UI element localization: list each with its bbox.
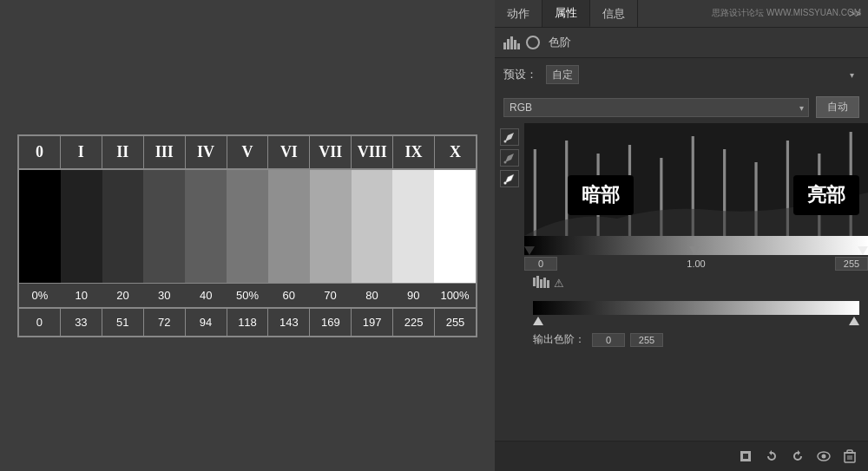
header-cell: VI (268, 136, 310, 168)
clip-btn[interactable] (736, 447, 755, 466)
swatch-wrapper: 60 (268, 170, 310, 307)
output-gradient (533, 301, 859, 315)
histogram-wrapper: 暗部 亮部 1.00 (524, 123, 868, 272)
value-cell: 143 (268, 309, 310, 336)
eyedropper-col (495, 123, 524, 441)
swatch-label: 100% (434, 283, 476, 307)
output-label: 输出色阶： (533, 332, 585, 347)
tab-properties[interactable]: 属性 (542, 0, 590, 27)
channel-select-wrapper: RGB ▾ (503, 98, 809, 117)
svg-point-7 (504, 182, 507, 185)
handle-white[interactable] (858, 246, 868, 255)
handle-mid[interactable] (689, 246, 700, 255)
swatch-label: 70 (310, 283, 352, 307)
header-cell: VIII (352, 136, 393, 168)
header-cell: V (227, 136, 269, 168)
tab-info[interactable]: 信息 (590, 0, 638, 27)
svg-rect-31 (847, 450, 852, 453)
levels-histogram-icon (503, 36, 523, 49)
warning-triangle-icon: ⚠ (554, 277, 564, 290)
value-cell: 51 (102, 309, 144, 336)
value-cell: 169 (310, 309, 352, 336)
value-cell: 197 (352, 309, 393, 336)
svg-rect-9 (534, 149, 536, 236)
output-white-input[interactable] (630, 333, 663, 347)
delete-btn[interactable] (840, 447, 859, 466)
undo-btn[interactable] (788, 447, 807, 466)
value-cell: 0 (19, 309, 61, 336)
channel-select[interactable]: RGB (503, 98, 809, 117)
header-cell: III (144, 136, 186, 168)
swatch-label: 60 (268, 283, 310, 307)
chart-values-row: 033517294118143169197225255 (17, 307, 477, 337)
preset-row: 预设： 自定 ▾ (495, 58, 868, 91)
swatch-label: 10 (61, 283, 102, 307)
header-cell: I (61, 136, 102, 168)
preset-arrow: ▾ (850, 70, 854, 80)
swatch-wrapper: 100% (434, 170, 476, 307)
swatch-color (392, 170, 434, 283)
right-panel: 动作 属性 信息 >> 色阶 预设： 自定 ▾ (495, 0, 868, 471)
swatch-color (227, 170, 268, 283)
slider-values-row: 1.00 (524, 255, 868, 272)
value-cell: 118 (227, 309, 269, 336)
swatch-label: 30 (143, 283, 185, 307)
svg-point-28 (822, 455, 826, 459)
svg-rect-24 (547, 280, 549, 288)
value-cell: 33 (61, 309, 102, 336)
swatch-color (352, 170, 393, 283)
watermark: 思路设计论坛 WWW.MISSYUAN.COM (712, 7, 861, 19)
swatch-color (434, 170, 476, 283)
mid-point-value: 1.00 (687, 258, 705, 269)
channel-row: RGB ▾ 自动 (495, 91, 868, 123)
swatch-label: 50% (227, 283, 268, 307)
svg-rect-0 (503, 43, 506, 49)
swatch-color (102, 170, 144, 283)
svg-rect-2 (510, 36, 513, 49)
header-cell: II (102, 136, 144, 168)
histogram-chart: 暗部 亮部 (524, 123, 868, 236)
header-cell: VII (310, 136, 352, 168)
output-area: 输出色阶： (533, 301, 859, 347)
svg-rect-26 (743, 454, 748, 459)
swatch-color (19, 170, 61, 283)
swatch-label: 0% (19, 283, 61, 307)
panel-header: 色阶 (495, 28, 868, 58)
swatch-wrapper: 20 (102, 170, 144, 307)
swatch-label: 80 (352, 283, 393, 307)
value-cell: 225 (393, 309, 435, 336)
swatch-color (310, 170, 352, 283)
value-cell: 94 (186, 309, 227, 336)
chart-swatches-row: 0%1020304050%60708090100% (17, 168, 477, 307)
preset-label: 预设： (503, 67, 537, 82)
swatch-label: 20 (102, 283, 144, 307)
black-point-input[interactable] (524, 257, 557, 271)
value-cell: 255 (435, 309, 476, 336)
histogram-col: 暗部 亮部 1.00 (524, 123, 868, 441)
handle-black[interactable] (524, 246, 535, 255)
swatch-wrapper: 40 (185, 170, 227, 307)
svg-rect-4 (517, 43, 520, 49)
eyedropper-black-btn[interactable] (500, 128, 519, 146)
output-black-input[interactable] (592, 333, 625, 347)
svg-rect-22 (540, 279, 542, 288)
output-label-row: 输出色阶： (533, 332, 859, 347)
panel-title: 色阶 (549, 35, 571, 50)
warning-area: ⚠ (524, 272, 868, 294)
eyedropper-gray-btn[interactable] (500, 149, 519, 167)
swatch-wrapper: 10 (61, 170, 102, 307)
header-cell: IV (186, 136, 227, 168)
swatch-label: 90 (392, 283, 434, 307)
white-point-input[interactable] (835, 257, 868, 271)
visibility-btn[interactable] (814, 447, 833, 466)
output-handle-white[interactable] (849, 317, 859, 325)
tab-actions[interactable]: 动作 (495, 0, 542, 27)
output-handle-black[interactable] (533, 317, 543, 325)
swatch-wrapper: 50% (227, 170, 268, 307)
preset-select[interactable]: 自定 (546, 65, 579, 84)
swatch-wrapper: 70 (310, 170, 352, 307)
redo-btn[interactable] (762, 447, 781, 466)
main-content-area: 暗部 亮部 1.00 (495, 123, 868, 441)
eyedropper-white-btn[interactable] (500, 170, 519, 187)
auto-button[interactable]: 自动 (816, 96, 859, 118)
